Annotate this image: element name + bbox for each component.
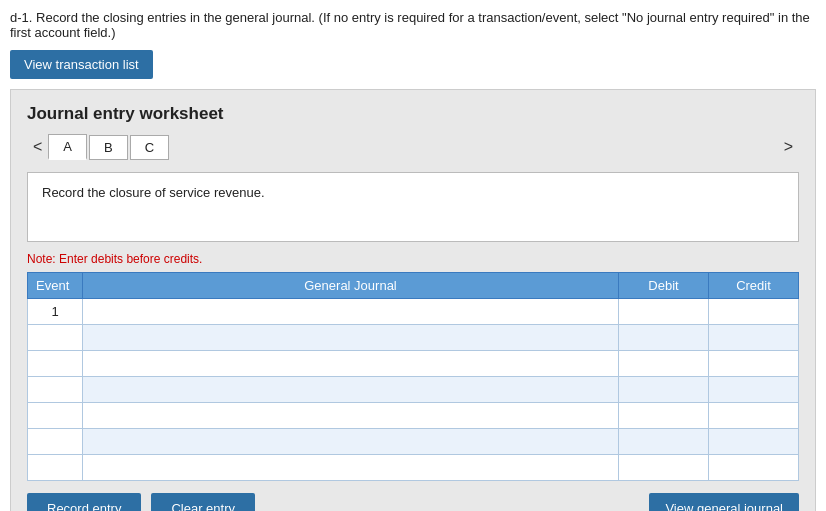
description-box: Record the closure of service revenue. [27, 172, 799, 242]
bottom-buttons: Record entry Clear entry View general jo… [27, 493, 799, 511]
tab-c[interactable]: C [130, 135, 169, 160]
debit-input[interactable] [619, 299, 708, 324]
table-row [28, 455, 799, 481]
tab-b[interactable]: B [89, 135, 128, 160]
table-row: 1 [28, 299, 799, 325]
table-row [28, 429, 799, 455]
general-journal-input[interactable] [83, 299, 618, 324]
credit-input[interactable] [709, 351, 798, 376]
general-journal-cell[interactable] [83, 299, 619, 325]
table-row [28, 377, 799, 403]
event-cell [28, 429, 83, 455]
general-journal-input[interactable] [83, 455, 618, 480]
instruction-prefix: d-1. Record the closing entries in the g… [10, 10, 315, 25]
journal-table: Event General Journal Debit Credit 1 [27, 272, 799, 481]
next-tab-button[interactable]: > [778, 136, 799, 158]
debit-input[interactable] [619, 325, 708, 350]
credit-input[interactable] [709, 429, 798, 454]
clear-entry-button[interactable]: Clear entry [151, 493, 255, 511]
general-journal-cell[interactable] [83, 351, 619, 377]
header-debit: Debit [619, 273, 709, 299]
debit-input[interactable] [619, 377, 708, 402]
debit-input[interactable] [619, 403, 708, 428]
general-journal-cell[interactable] [83, 325, 619, 351]
instruction-container: d-1. Record the closing entries in the g… [0, 0, 826, 44]
event-cell [28, 377, 83, 403]
debit-cell[interactable] [619, 351, 709, 377]
tab-a[interactable]: A [48, 134, 87, 160]
debit-cell[interactable] [619, 429, 709, 455]
credit-input[interactable] [709, 325, 798, 350]
general-journal-cell[interactable] [83, 403, 619, 429]
credit-cell[interactable] [709, 299, 799, 325]
description-text: Record the closure of service revenue. [42, 185, 265, 200]
credit-cell[interactable] [709, 403, 799, 429]
tabs-row: < A B C > [27, 134, 799, 160]
credit-cell[interactable] [709, 455, 799, 481]
header-credit: Credit [709, 273, 799, 299]
debit-input[interactable] [619, 455, 708, 480]
debit-cell[interactable] [619, 377, 709, 403]
general-journal-input[interactable] [83, 377, 618, 402]
credit-cell[interactable] [709, 325, 799, 351]
record-entry-button[interactable]: Record entry [27, 493, 141, 511]
credit-input[interactable] [709, 403, 798, 428]
general-journal-input[interactable] [83, 403, 618, 428]
prev-tab-button[interactable]: < [27, 136, 48, 158]
general-journal-cell[interactable] [83, 455, 619, 481]
view-transaction-button[interactable]: View transaction list [10, 50, 153, 79]
event-cell [28, 351, 83, 377]
view-general-journal-button[interactable]: View general journal [649, 493, 799, 511]
table-row [28, 351, 799, 377]
debit-cell[interactable] [619, 455, 709, 481]
general-journal-input[interactable] [83, 429, 618, 454]
table-row [28, 325, 799, 351]
header-general-journal: General Journal [83, 273, 619, 299]
debit-input[interactable] [619, 351, 708, 376]
general-journal-cell[interactable] [83, 377, 619, 403]
debit-input[interactable] [619, 429, 708, 454]
general-journal-cell[interactable] [83, 429, 619, 455]
worksheet-container: Journal entry worksheet < A B C > Record… [10, 89, 816, 511]
general-journal-input[interactable] [83, 325, 618, 350]
credit-input[interactable] [709, 455, 798, 480]
credit-input[interactable] [709, 377, 798, 402]
worksheet-title: Journal entry worksheet [27, 104, 799, 124]
note-text: Note: Enter debits before credits. [27, 252, 799, 266]
event-cell [28, 325, 83, 351]
general-journal-input[interactable] [83, 351, 618, 376]
debit-cell[interactable] [619, 299, 709, 325]
credit-input[interactable] [709, 299, 798, 324]
event-cell [28, 403, 83, 429]
event-cell: 1 [28, 299, 83, 325]
debit-cell[interactable] [619, 325, 709, 351]
credit-cell[interactable] [709, 377, 799, 403]
debit-cell[interactable] [619, 403, 709, 429]
credit-cell[interactable] [709, 429, 799, 455]
table-row [28, 403, 799, 429]
credit-cell[interactable] [709, 351, 799, 377]
event-cell [28, 455, 83, 481]
header-event: Event [28, 273, 83, 299]
